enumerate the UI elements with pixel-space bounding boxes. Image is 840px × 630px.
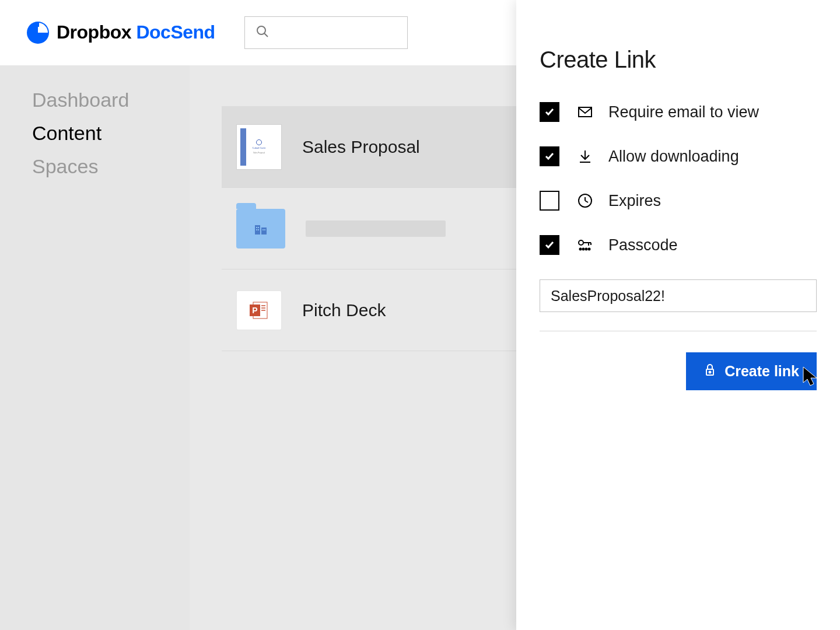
sidebar: Dashboard Content Spaces bbox=[0, 65, 190, 630]
svg-line-3 bbox=[264, 33, 268, 37]
sidebar-item-dashboard[interactable]: Dashboard bbox=[32, 89, 158, 111]
lock-icon bbox=[704, 363, 716, 380]
checkbox-allow-download[interactable] bbox=[540, 146, 559, 166]
svg-rect-5 bbox=[261, 228, 267, 235]
option-allow-download: Allow downloading bbox=[540, 146, 817, 166]
svg-rect-18 bbox=[579, 107, 592, 117]
panel-title: Create Link bbox=[540, 47, 817, 73]
option-label: Expires bbox=[608, 192, 661, 210]
brand-dropbox: Dropbox bbox=[57, 22, 131, 43]
svg-text:P: P bbox=[252, 306, 257, 315]
mail-icon bbox=[577, 104, 593, 120]
checkbox-require-email[interactable] bbox=[540, 102, 559, 122]
search-icon bbox=[256, 24, 270, 41]
search-input[interactable] bbox=[244, 16, 408, 49]
brand-docsend: DocSend bbox=[136, 22, 215, 43]
download-icon bbox=[577, 148, 593, 164]
logo[interactable]: Dropbox DocSend bbox=[26, 21, 215, 44]
folder-icon bbox=[236, 209, 285, 249]
key-icon bbox=[577, 237, 593, 253]
svg-rect-8 bbox=[256, 229, 257, 230]
svg-rect-10 bbox=[262, 229, 264, 230]
sidebar-item-content[interactable]: Content bbox=[32, 122, 158, 145]
create-link-button-label: Create link bbox=[724, 363, 799, 380]
create-link-panel: Create Link Require email to view bbox=[516, 0, 840, 630]
checkbox-expires[interactable] bbox=[540, 191, 559, 211]
divider bbox=[540, 331, 817, 331]
svg-point-31 bbox=[589, 249, 590, 250]
svg-rect-1 bbox=[37, 22, 39, 27]
create-link-button[interactable]: Create link bbox=[686, 352, 817, 390]
sidebar-item-spaces[interactable]: Spaces bbox=[32, 155, 158, 178]
option-passcode: Passcode bbox=[540, 235, 817, 255]
content-title: Pitch Deck bbox=[302, 300, 386, 320]
svg-rect-11 bbox=[264, 229, 265, 230]
svg-point-33 bbox=[709, 372, 711, 373]
content-title: Sales Proposal bbox=[302, 137, 420, 157]
svg-rect-7 bbox=[258, 227, 259, 228]
option-label: Require email to view bbox=[608, 103, 759, 121]
option-label: Allow downloading bbox=[608, 148, 739, 166]
svg-rect-4 bbox=[255, 225, 260, 235]
svg-point-30 bbox=[586, 249, 587, 250]
option-label: Passcode bbox=[608, 236, 678, 254]
svg-point-2 bbox=[257, 26, 265, 34]
option-require-email: Require email to view bbox=[540, 102, 817, 122]
checkbox-passcode[interactable] bbox=[540, 235, 559, 255]
svg-rect-6 bbox=[256, 227, 257, 228]
clock-icon bbox=[577, 192, 593, 209]
svg-line-23 bbox=[585, 201, 588, 202]
content-title-placeholder bbox=[306, 220, 446, 237]
svg-rect-9 bbox=[258, 229, 259, 230]
svg-point-24 bbox=[579, 240, 583, 245]
passcode-field[interactable] bbox=[540, 279, 817, 312]
logo-text: Dropbox DocSend bbox=[57, 22, 215, 43]
doc-thumbnail-icon: Cobalt Circle Sales Proposal bbox=[236, 124, 282, 170]
svg-point-29 bbox=[583, 249, 584, 250]
option-expires: Expires bbox=[540, 191, 817, 211]
svg-point-28 bbox=[580, 249, 582, 250]
dropbox-logo-icon bbox=[26, 21, 50, 44]
powerpoint-icon: P bbox=[236, 290, 282, 330]
